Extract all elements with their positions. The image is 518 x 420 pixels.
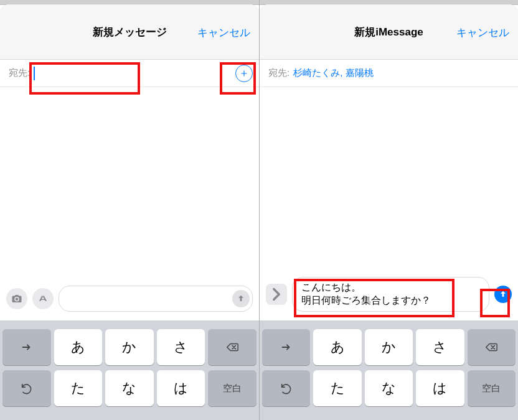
key-ha[interactable]: は bbox=[416, 370, 464, 406]
compose-bar: こんにちは。 明日何時ごろ集合しますか？ bbox=[260, 272, 518, 320]
key-undo[interactable] bbox=[2, 370, 51, 406]
key-ta[interactable]: た bbox=[54, 370, 103, 406]
nav-bar: 新規iMessage キャンセル bbox=[260, 5, 518, 60]
add-contact-button[interactable] bbox=[235, 65, 253, 82]
phone-left: 新規メッセージ キャンセル 宛先: bbox=[0, 0, 259, 420]
backspace-icon bbox=[484, 340, 498, 354]
cancel-button[interactable]: キャンセル bbox=[456, 25, 509, 39]
apps-button[interactable] bbox=[32, 288, 54, 309]
sheet-grabber bbox=[260, 0, 518, 5]
arrow-right-icon bbox=[20, 340, 34, 354]
arrow-right-icon bbox=[280, 340, 293, 354]
compose-bar bbox=[0, 281, 259, 320]
key-space[interactable]: 空白 bbox=[208, 370, 257, 406]
to-field-row[interactable]: 宛先: bbox=[0, 60, 259, 87]
key-a[interactable]: あ bbox=[54, 329, 103, 365]
backspace-icon bbox=[225, 340, 239, 354]
key-ta[interactable]: た bbox=[313, 370, 361, 406]
to-label: 宛先: bbox=[9, 67, 30, 79]
key-ha[interactable]: は bbox=[157, 370, 205, 406]
key-backspace[interactable] bbox=[208, 329, 257, 365]
nav-bar: 新規メッセージ キャンセル bbox=[0, 5, 259, 60]
key-backspace[interactable] bbox=[468, 329, 516, 365]
sheet-grabber bbox=[0, 0, 259, 5]
key-space[interactable]: 空白 bbox=[468, 370, 516, 406]
app-store-icon bbox=[37, 293, 49, 304]
key-ka[interactable]: か bbox=[105, 329, 154, 365]
chevron-right-icon bbox=[266, 284, 287, 305]
phone-right: 新規iMessage キャンセル 宛先: 杉崎たくみ, 嘉陽桃 こんにちは。 明… bbox=[259, 0, 518, 420]
expand-apps-button[interactable] bbox=[266, 284, 287, 305]
text-cursor bbox=[34, 67, 35, 80]
cancel-button[interactable]: キャンセル bbox=[197, 25, 250, 39]
message-input[interactable] bbox=[59, 286, 253, 312]
message-body bbox=[260, 87, 518, 272]
nav-title: 新規メッセージ bbox=[93, 25, 167, 39]
key-na[interactable]: な bbox=[365, 370, 413, 406]
key-undo[interactable] bbox=[262, 370, 310, 406]
plus-icon bbox=[240, 69, 248, 78]
camera-icon bbox=[11, 293, 22, 304]
key-ka[interactable]: か bbox=[365, 329, 413, 365]
message-input[interactable]: こんにちは。 明日何時ごろ集合しますか？ bbox=[292, 277, 489, 312]
send-button[interactable] bbox=[232, 290, 250, 307]
arrow-up-icon bbox=[236, 294, 246, 304]
to-label: 宛先: bbox=[268, 67, 290, 79]
arrow-up-icon bbox=[498, 289, 508, 299]
key-arrow-right[interactable] bbox=[2, 329, 51, 365]
key-sa[interactable]: さ bbox=[157, 329, 205, 365]
send-button[interactable] bbox=[494, 286, 512, 303]
keyboard: あ か さ た な は 空白 bbox=[260, 320, 518, 420]
key-a[interactable]: あ bbox=[313, 329, 361, 365]
key-na[interactable]: な bbox=[105, 370, 154, 406]
camera-button[interactable] bbox=[6, 288, 27, 309]
key-arrow-right[interactable] bbox=[262, 329, 310, 365]
key-sa[interactable]: さ bbox=[416, 329, 464, 365]
nav-title: 新規iMessage bbox=[354, 25, 423, 39]
undo-icon bbox=[280, 381, 293, 395]
undo-icon bbox=[20, 381, 34, 395]
to-field-row[interactable]: 宛先: 杉崎たくみ, 嘉陽桃 bbox=[260, 60, 518, 87]
message-text: こんにちは。 明日何時ごろ集合しますか？ bbox=[301, 281, 431, 307]
recipient-names: 杉崎たくみ, 嘉陽桃 bbox=[293, 67, 373, 79]
message-body bbox=[0, 87, 259, 281]
keyboard: あ か さ た な は 空白 bbox=[0, 320, 259, 420]
